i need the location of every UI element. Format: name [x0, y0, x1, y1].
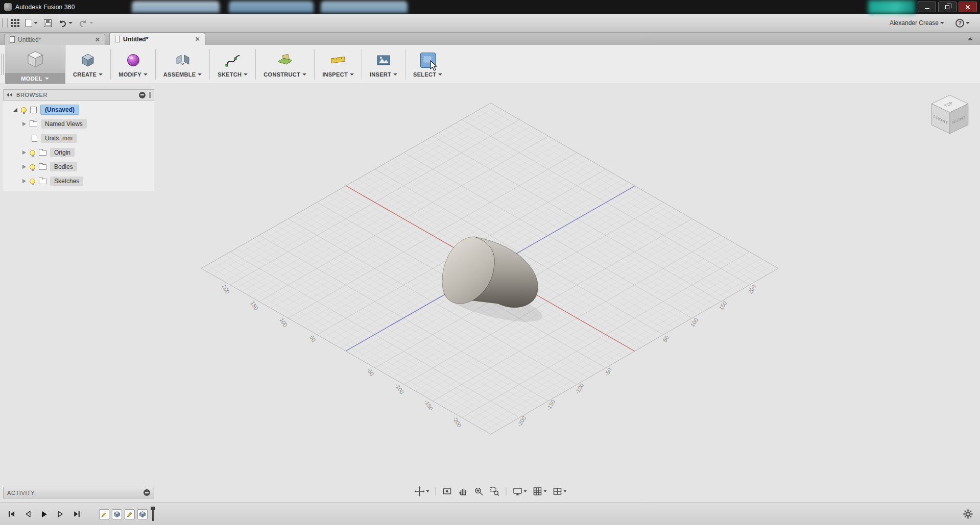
tree-item-label[interactable]: Origin: [50, 148, 75, 157]
tree-row-bodies[interactable]: Bodies: [3, 160, 154, 174]
sketch-feature-icon[interactable]: [125, 509, 135, 519]
visibility-bulb-icon[interactable]: [21, 107, 27, 113]
document-tab-active[interactable]: Untitled*: [109, 33, 205, 45]
model-canvas[interactable]: 20015010050-50-100-150-200-200-150-100-5…: [0, 84, 980, 503]
tree-row-origin[interactable]: Origin: [3, 145, 154, 160]
viewports-button[interactable]: [550, 485, 568, 497]
close-button[interactable]: [959, 2, 977, 12]
redacted-browser-tab[interactable]: [321, 1, 408, 13]
tree-item-label[interactable]: Sketches: [50, 177, 83, 186]
tree-item-label[interactable]: Bodies: [50, 162, 77, 171]
restore-button[interactable]: [938, 2, 957, 12]
document-tab-label: Untitled*: [18, 36, 41, 43]
step-forward-button[interactable]: [55, 509, 65, 519]
dropdown-caret-icon: [99, 73, 103, 76]
workspace-label: MODEL: [21, 76, 42, 82]
toolbar-grip-icon[interactable]: [2, 18, 8, 28]
workspace-selector[interactable]: MODEL: [5, 45, 65, 84]
extrude-feature-icon[interactable]: [137, 509, 148, 519]
zoom-window-button[interactable]: [487, 485, 501, 497]
go-to-end-button[interactable]: [71, 509, 82, 519]
ribbon-grip-icon[interactable]: [0, 45, 5, 84]
collapsed-arrow-icon[interactable]: [22, 165, 26, 169]
redacted-browser-tab[interactable]: [132, 1, 220, 13]
ribbon-group-select[interactable]: SELECT: [405, 45, 450, 84]
activity-bar[interactable]: ACTIVITY: [3, 487, 154, 498]
dropdown-caret-icon: [563, 490, 566, 492]
go-to-start-button[interactable]: [6, 509, 16, 519]
save-button[interactable]: [41, 16, 55, 30]
fusion-360-logo-icon: [4, 3, 12, 11]
orbit-button[interactable]: [412, 485, 431, 497]
close-icon: [965, 5, 970, 10]
pan-button[interactable]: [456, 485, 470, 497]
ribbon-group-create[interactable]: CREATE: [65, 45, 110, 84]
browser-panel-header[interactable]: BROWSER: [3, 89, 154, 101]
extrude-feature-icon[interactable]: [112, 509, 122, 519]
user-account-menu[interactable]: Alexander Crease: [887, 16, 947, 30]
tree-item-label[interactable]: (Unsaved): [40, 105, 79, 115]
navbar-separator: [506, 487, 506, 495]
activity-label: ACTIVITY: [7, 490, 35, 496]
close-tab-icon[interactable]: [95, 37, 100, 42]
collapsed-arrow-icon[interactable]: [22, 151, 26, 155]
redacted-browser-tab[interactable]: [229, 1, 314, 13]
ribbon-group-label: CONSTRUCT: [264, 71, 300, 78]
step-back-button[interactable]: [22, 509, 33, 519]
redo-button[interactable]: [76, 16, 97, 30]
preferences-button[interactable]: [963, 509, 973, 519]
ribbon-group-inspect[interactable]: INSPECT: [315, 45, 362, 84]
component-icon: [30, 107, 37, 113]
look-at-icon: [442, 486, 452, 496]
ribbon-toolbar: MODEL CREATE MODIFY: [0, 45, 980, 84]
browser-menu-button[interactable]: [139, 92, 146, 98]
panel-grip-icon[interactable]: [149, 92, 151, 98]
collapse-tabbar-icon[interactable]: [968, 37, 973, 40]
view-cube[interactable]: TOP FRONT RIGHT: [926, 91, 974, 139]
ribbon-group-sketch[interactable]: SKETCH: [210, 45, 255, 84]
document-tab-bar: Untitled* Untitled*: [0, 33, 980, 45]
file-menu-button[interactable]: [22, 16, 41, 30]
tree-row-sketches[interactable]: Sketches: [3, 174, 154, 188]
collapsed-arrow-icon[interactable]: [22, 179, 26, 183]
ribbon-group-construct[interactable]: CONSTRUCT: [256, 45, 314, 84]
display-settings-button[interactable]: [510, 485, 529, 497]
tree-row-document[interactable]: (Unsaved): [3, 103, 154, 117]
expanded-arrow-icon[interactable]: [13, 108, 17, 112]
ribbon-group-label: MODIFY: [118, 71, 141, 78]
timeline-playback-controls: [6, 509, 82, 519]
look-at-button[interactable]: [440, 485, 454, 497]
dropdown-caret-icon: [393, 73, 397, 76]
document-icon: [32, 135, 37, 142]
help-menu-button[interactable]: ?: [952, 16, 973, 30]
grid-number-label: -150: [545, 398, 557, 411]
grid-icon: [532, 486, 542, 496]
undo-button[interactable]: [55, 16, 76, 30]
zoom-window-icon: [489, 486, 499, 496]
ribbon-group-modify[interactable]: MODIFY: [111, 45, 155, 84]
close-tab-icon[interactable]: [195, 37, 200, 41]
collapse-browser-icon[interactable]: [7, 93, 13, 97]
ribbon-group-insert[interactable]: INSERT: [362, 45, 405, 84]
zoom-button[interactable]: [471, 485, 486, 497]
tree-item-label[interactable]: Units: mm: [41, 134, 77, 143]
sketch-feature-icon[interactable]: [99, 509, 109, 519]
activity-menu-button[interactable]: [144, 489, 150, 496]
visibility-bulb-icon[interactable]: [30, 164, 35, 170]
display-settings-icon: [512, 486, 522, 496]
tree-item-label[interactable]: Named Views: [41, 119, 87, 129]
app-grid-button[interactable]: [8, 16, 22, 30]
visibility-bulb-icon[interactable]: [30, 179, 35, 184]
grid-settings-button[interactable]: [530, 485, 548, 497]
collapsed-arrow-icon[interactable]: [22, 122, 26, 126]
ribbon-group-assemble[interactable]: ASSEMBLE: [156, 45, 210, 84]
grid-number-label: 50: [308, 335, 317, 343]
ribbon-group-label: SKETCH: [218, 71, 242, 78]
minimize-button[interactable]: [918, 2, 936, 12]
visibility-bulb-icon[interactable]: [30, 150, 35, 156]
timeline-position-marker[interactable]: [152, 508, 154, 521]
play-button[interactable]: [39, 509, 49, 519]
document-tab[interactable]: Untitled*: [4, 34, 105, 45]
tree-row-units[interactable]: Units: mm: [3, 131, 154, 145]
tree-row-named-views[interactable]: Named Views: [3, 117, 154, 131]
